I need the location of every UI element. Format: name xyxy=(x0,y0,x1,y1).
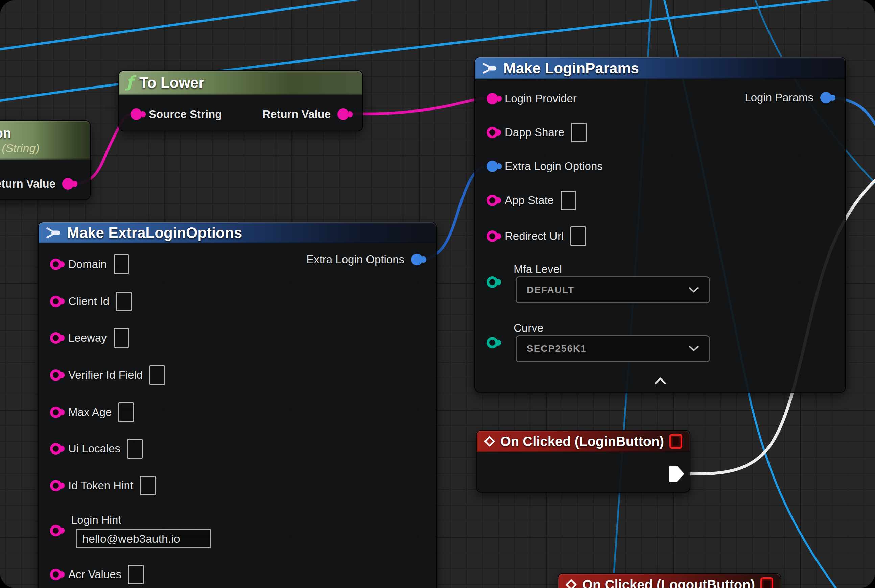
redirect-url-input[interactable] xyxy=(570,226,586,246)
string-pin[interactable] xyxy=(50,369,62,381)
node-make-extraloginoptions-header[interactable]: Make ExtraLoginOptions xyxy=(39,222,436,243)
return-value-label: eturn Value xyxy=(0,177,56,190)
string-pin[interactable] xyxy=(50,406,62,418)
app-state-input[interactable] xyxy=(561,190,576,210)
extra-login-options-out-label: Extra Login Options xyxy=(306,253,404,266)
string-pin[interactable] xyxy=(50,480,62,491)
node-make-loginparams[interactable]: Make LoginParams Login Params Login Prov… xyxy=(474,57,846,393)
pin-row-id-token-hint: Id Token Hint xyxy=(39,476,155,495)
login-params-out-label: Login Params xyxy=(744,91,813,104)
event-diamond-icon xyxy=(566,578,577,588)
pin-row-leeway: Leeway xyxy=(39,328,129,348)
function-icon: ƒ xyxy=(126,74,133,90)
max-age-input[interactable] xyxy=(118,402,134,422)
pin-row-client-id: Client Id xyxy=(39,292,132,311)
node-make-extraloginoptions[interactable]: Make ExtraLoginOptions Extra Login Optio… xyxy=(38,222,437,588)
make-struct-icon xyxy=(46,227,61,239)
string-pin[interactable] xyxy=(50,569,62,580)
enum-pin[interactable] xyxy=(487,337,498,348)
pin-row-extra-login-options-in: Extra Login Options xyxy=(475,156,603,176)
string-pin[interactable] xyxy=(50,258,62,270)
string-pin[interactable] xyxy=(131,108,142,120)
ui-locales-label: Ui Locales xyxy=(68,442,120,455)
login-hint-input[interactable]: hello@web3auth.io xyxy=(76,529,211,549)
blueprint-graph-canvas[interactable]: tion ox (String) eturn Value ƒ To Lower … xyxy=(0,0,875,588)
string-pin[interactable] xyxy=(487,127,498,138)
leeway-label: Leeway xyxy=(68,332,107,344)
id-token-hint-label: Id Token Hint xyxy=(68,479,133,492)
dapp-share-input[interactable] xyxy=(571,123,586,142)
node-partial-header[interactable]: tion ox (String) xyxy=(0,121,90,159)
bind-event-icon[interactable] xyxy=(669,434,682,449)
verifier-id-field-label: Verifier Id Field xyxy=(68,369,143,381)
make-struct-icon xyxy=(483,62,497,74)
id-token-hint-input[interactable] xyxy=(140,476,155,495)
acr-values-input[interactable] xyxy=(128,565,144,584)
node-on-clicked-logoutbutton-header[interactable]: On Clicked (LogoutButton) xyxy=(558,574,781,588)
string-pin[interactable] xyxy=(50,296,62,307)
pin-row-return-value-partial: eturn Value xyxy=(0,174,74,194)
node-to-lower-title: To Lower xyxy=(139,74,204,91)
string-pin[interactable] xyxy=(487,93,498,104)
pin-row-login-provider: Login Provider xyxy=(475,89,577,108)
node-partial-subtitle: ox (String) xyxy=(0,142,39,155)
string-pin[interactable] xyxy=(487,231,498,242)
string-pin[interactable] xyxy=(50,443,62,454)
pin-row-redirect-url: Redirect Url xyxy=(475,226,586,246)
login-provider-label: Login Provider xyxy=(505,92,577,105)
chevron-down-icon xyxy=(689,346,699,352)
node-partial-string-function[interactable]: tion ox (String) eturn Value xyxy=(0,120,90,200)
client-id-label: Client Id xyxy=(68,295,109,308)
mfa-level-dropdown[interactable]: DEFAULT xyxy=(516,276,710,303)
pin-row-ui-locales: Ui Locales xyxy=(39,439,143,459)
redirect-url-label: Redirect Url xyxy=(505,230,564,243)
ui-locales-input[interactable] xyxy=(127,439,143,459)
curve-label: Curve xyxy=(514,322,543,334)
bind-event-icon[interactable] xyxy=(761,577,773,588)
domain-label: Domain xyxy=(68,258,107,271)
string-pin[interactable] xyxy=(50,525,62,536)
leeway-input[interactable] xyxy=(114,328,129,348)
chevron-down-icon xyxy=(689,287,699,293)
node-on-clicked-logoutbutton[interactable]: On Clicked (LogoutButton) xyxy=(558,573,781,588)
pin-row-source-string: Source String xyxy=(119,104,222,124)
string-pin[interactable] xyxy=(62,178,74,190)
pin-row-domain: Domain xyxy=(39,255,129,274)
string-pin[interactable] xyxy=(487,195,498,206)
node-to-lower[interactable]: ƒ To Lower Source String Return Value xyxy=(118,70,363,132)
node-on-clicked-loginbutton-header[interactable]: On Clicked (LoginButton) xyxy=(477,430,690,452)
struct-pin[interactable] xyxy=(487,160,498,172)
node-on-clicked-loginbutton-title: On Clicked (LoginButton) xyxy=(501,434,664,449)
node-make-loginparams-header[interactable]: Make LoginParams xyxy=(475,57,845,79)
event-diamond-icon xyxy=(484,435,495,448)
node-on-clicked-loginbutton[interactable]: On Clicked (LoginButton) xyxy=(476,430,690,493)
pin-row-app-state: App State xyxy=(475,190,576,210)
curve-dropdown[interactable]: SECP256K1 xyxy=(516,335,710,362)
exec-pin-icon[interactable] xyxy=(668,465,685,483)
struct-pin[interactable] xyxy=(411,254,422,265)
blueprint-editor-window: tion ox (String) eturn Value ƒ To Lower … xyxy=(0,0,875,588)
app-state-label: App State xyxy=(505,194,554,207)
collapse-chevron-icon xyxy=(654,377,666,385)
client-id-input[interactable] xyxy=(116,292,132,311)
node-make-extraloginoptions-title: Make ExtraLoginOptions xyxy=(67,224,242,241)
login-hint-value: hello@web3auth.io xyxy=(82,532,180,545)
curve-value: SECP256K1 xyxy=(527,344,586,354)
node-make-loginparams-title: Make LoginParams xyxy=(504,60,639,77)
struct-pin[interactable] xyxy=(820,92,832,104)
string-pin[interactable] xyxy=(50,332,62,344)
pin-row-login-params-out: Login Params xyxy=(744,88,832,108)
node-to-lower-header[interactable]: ƒ To Lower xyxy=(119,71,362,94)
enum-pin[interactable] xyxy=(487,276,498,288)
pin-row-return-value: Return Value xyxy=(262,104,349,124)
string-pin[interactable] xyxy=(337,108,349,120)
pin-row-acr-values: Acr Values xyxy=(39,565,144,584)
mfa-level-label: Mfa Level xyxy=(514,263,562,276)
node-partial-title: tion xyxy=(0,126,11,141)
login-hint-label: Login Hint xyxy=(71,514,121,526)
verifier-id-field-input[interactable] xyxy=(149,365,165,385)
collapse-node-button[interactable] xyxy=(475,377,845,385)
pin-row-verifier-id-field: Verifier Id Field xyxy=(39,365,165,385)
domain-input[interactable] xyxy=(114,255,129,274)
dapp-share-label: Dapp Share xyxy=(505,126,564,139)
